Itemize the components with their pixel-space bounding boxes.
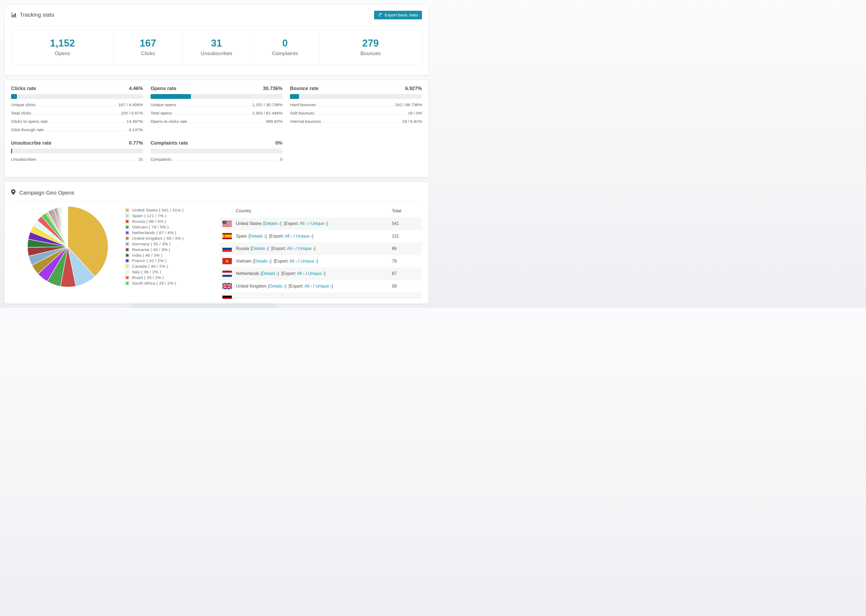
geo-table-row-netherlands: Netherlands [Details ›] [Export: All › /… bbox=[220, 267, 422, 280]
details-link-russia[interactable]: Details › bbox=[252, 246, 268, 251]
legend-label: Romania ( 49 / 3% ) bbox=[132, 247, 170, 252]
legend-swatch bbox=[125, 248, 129, 251]
rate-row-complaints: Complaints 0 bbox=[151, 157, 283, 162]
legend-swatch bbox=[125, 264, 129, 268]
export-unique-link-spain[interactable]: Unique › bbox=[296, 234, 312, 238]
details-link-united-kingdom[interactable]: Details › bbox=[269, 284, 285, 288]
rate-row-label: Opens to clicks rate bbox=[151, 119, 187, 124]
legend-item-india: India ( 46 / 3% ) bbox=[125, 252, 220, 258]
legend-swatch bbox=[125, 259, 129, 262]
rate-row-value: 689.82% bbox=[266, 119, 282, 124]
legend-item-romania: Romania ( 49 / 3% ) bbox=[125, 247, 220, 252]
legend-swatch bbox=[125, 237, 129, 240]
stat-opens: 1,152 Opens bbox=[11, 30, 114, 64]
export-all-link-netherlands[interactable]: All › bbox=[297, 271, 304, 276]
export-all-link-united-kingdom[interactable]: All › bbox=[304, 284, 312, 288]
legend-label: Germany ( 55 / 3% ) bbox=[132, 242, 170, 247]
stat-value: 0 bbox=[282, 38, 288, 49]
summary-stats-row: 1,152 Opens167 Clicks31 Unsubscribes0 Co… bbox=[11, 29, 422, 65]
rate-title: Complaints rate bbox=[151, 140, 188, 146]
rate-row-unsubscribes: Unsubscribes 31 bbox=[11, 157, 143, 162]
geo-table-row-united-kingdom: United Kingdom [Details ›] [Export: All … bbox=[220, 280, 422, 293]
legend-label: South Africa ( 29 / 2% ) bbox=[132, 281, 176, 286]
details-link-spain[interactable]: Details › bbox=[250, 234, 265, 238]
rate-row-value: 31 bbox=[138, 157, 143, 162]
rate-progress-bar bbox=[290, 94, 422, 99]
rate-row-internal-bounces: Internal bounces 19 / 6.81% bbox=[290, 119, 422, 124]
geo-table-row-partial bbox=[220, 292, 422, 299]
geo-table-row-vietnam: Vietnam [Details ›] [Export: All › / Uni… bbox=[220, 255, 422, 268]
rate-row-label: Unique opens bbox=[151, 102, 176, 107]
country-name: United Kingdom bbox=[236, 284, 266, 289]
country-total: 541 bbox=[392, 221, 422, 226]
country-name: Vietnam bbox=[236, 259, 252, 264]
map-pin-icon bbox=[11, 189, 16, 196]
export-icon bbox=[378, 13, 382, 17]
tracking-stats-card: Tracking stats Export basic stats 1,152 … bbox=[4, 4, 429, 75]
flag-es-icon bbox=[222, 233, 232, 239]
export-all-link-russia[interactable]: All › bbox=[287, 246, 294, 251]
rate-row-label: Unique clicks bbox=[11, 102, 36, 107]
legend-label: United States ( 541 / 31% ) bbox=[132, 208, 184, 212]
rate-row-clicks-to-opens-rate: Clicks to opens rate 14.497% bbox=[11, 119, 143, 124]
bottom-blur-artifact bbox=[129, 304, 277, 308]
rates-card: Clicks rate 4.46% Unique clicks 167 / 4.… bbox=[4, 80, 429, 178]
flag-nl-icon bbox=[222, 271, 232, 277]
export-basic-stats-button[interactable]: Export basic stats bbox=[374, 11, 422, 19]
flag-ru-icon bbox=[222, 246, 232, 252]
dotted-leader bbox=[38, 160, 136, 161]
rate-row-click-through-rate: Click through rate 4.147% bbox=[11, 127, 143, 132]
legend-label: Brazil ( 33 / 2% ) bbox=[132, 275, 164, 280]
details-link-united-states[interactable]: Details › bbox=[265, 221, 280, 226]
export-unique-link-united-kingdom[interactable]: Unique › bbox=[315, 284, 332, 288]
legend-swatch bbox=[125, 276, 129, 280]
rate-row-label: Internal bounces bbox=[290, 119, 321, 124]
export-unique-link-russia[interactable]: Unique › bbox=[298, 246, 314, 251]
geo-section-header: Campaign Geo Opens bbox=[11, 182, 422, 201]
rate-row-value: 220 / 5.87% bbox=[121, 111, 143, 116]
rate-row-value: 14.497% bbox=[126, 119, 143, 124]
legend-item-russia: Russia ( 86 / 5% ) bbox=[125, 219, 220, 225]
rate-row-label: Total opens bbox=[151, 111, 172, 116]
tracking-stats-page: Tracking stats Export basic stats 1,152 … bbox=[0, 4, 433, 304]
rate-title: Clicks rate bbox=[11, 86, 36, 91]
geo-table-row-russia: Russia [Details ›] [Export: All › / Uniq… bbox=[220, 242, 422, 255]
rate-row-value: 167 / 4.456% bbox=[118, 102, 143, 107]
rate-row-label: Complaints bbox=[151, 157, 172, 162]
rate-row-unique-opens: Unique opens 1,152 / 30.736% bbox=[151, 102, 283, 107]
dotted-leader bbox=[33, 114, 119, 115]
rate-value: 0% bbox=[276, 140, 282, 146]
rate-row-label: Soft bounces bbox=[290, 111, 314, 116]
stat-value: 279 bbox=[362, 38, 379, 49]
country-total: 67 bbox=[392, 271, 422, 276]
export-unique-link-vietnam[interactable]: Unique › bbox=[301, 259, 316, 263]
rate-row-label: Clicks to opens rate bbox=[11, 119, 47, 124]
legend-item-south-africa: South Africa ( 29 / 2% ) bbox=[125, 281, 220, 286]
rate-progress-bar bbox=[11, 94, 143, 99]
details-link-netherlands[interactable]: Details › bbox=[262, 271, 278, 276]
country-name: United States bbox=[236, 221, 262, 226]
export-all-link-united-states[interactable]: All › bbox=[299, 221, 307, 226]
dotted-leader bbox=[50, 123, 124, 123]
legend-label: Netherlands ( 67 / 4% ) bbox=[132, 230, 176, 235]
legend-item-united-kingdom: United Kingdom ( 59 / 3% ) bbox=[125, 236, 220, 241]
export-all-link-spain[interactable]: All › bbox=[285, 234, 292, 238]
details-link-vietnam[interactable]: Details › bbox=[254, 259, 270, 263]
complaints-rate-block: Complaints rate 0% Complaints 0 bbox=[151, 140, 283, 162]
export-unique-link-netherlands[interactable]: Unique › bbox=[308, 271, 324, 276]
legend-label: Canada ( 40 / 2% ) bbox=[132, 264, 168, 269]
legend-label: France ( 42 / 2% ) bbox=[132, 258, 167, 263]
dotted-leader bbox=[318, 106, 393, 106]
total-column-header: Total bbox=[392, 208, 422, 214]
export-all-link-vietnam[interactable]: All › bbox=[290, 259, 297, 263]
dotted-leader bbox=[46, 131, 127, 131]
export-unique-link-united-states[interactable]: Unique › bbox=[311, 221, 327, 226]
rate-row-total-opens: Total opens 2,303 / 61.446% bbox=[151, 111, 283, 116]
rate-title: Opens rate bbox=[151, 86, 176, 91]
campaign-geo-opens-card: Campaign Geo Opens United States ( 541 /… bbox=[4, 182, 429, 304]
stat-value: 31 bbox=[211, 38, 222, 49]
flag-de-icon bbox=[222, 295, 232, 299]
export-button-label: Export basic stats bbox=[384, 13, 418, 17]
legend-item-canada: Canada ( 40 / 2% ) bbox=[125, 264, 220, 269]
legend-item-united-states: United States ( 541 / 31% ) bbox=[125, 207, 220, 213]
